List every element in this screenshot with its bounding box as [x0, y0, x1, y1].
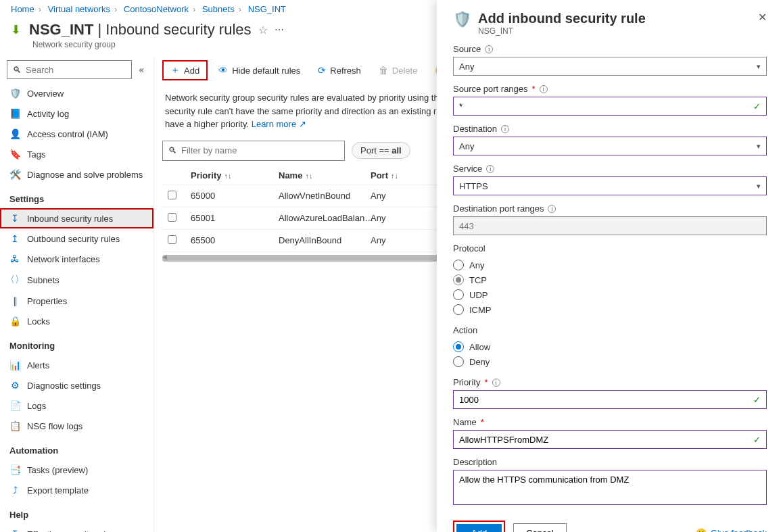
- service-select[interactable]: HTTPS▾: [453, 176, 767, 195]
- col-name[interactable]: Name↑↓: [279, 170, 371, 180]
- info-icon[interactable]: i: [485, 45, 493, 53]
- priority-input[interactable]: [453, 390, 767, 409]
- close-icon[interactable]: ✕: [758, 11, 767, 24]
- breadcrumb-link[interactable]: Home: [11, 4, 34, 14]
- sidebar-item[interactable]: 📑Tasks (preview): [0, 460, 153, 480]
- learn-more-link[interactable]: Learn more ↗: [252, 119, 306, 129]
- nav-icon: 🔒: [9, 316, 20, 327]
- sidebar-item[interactable]: ∥Properties: [0, 291, 153, 311]
- sidebar-item[interactable]: 📘Activity log: [0, 103, 153, 124]
- nav-icon: ⚙: [9, 380, 20, 391]
- sidebar-section: Settings: [0, 185, 153, 208]
- source-select[interactable]: Any▾: [453, 57, 767, 76]
- panel-add-button[interactable]: Add: [456, 524, 502, 532]
- nav-label: Diagnose and solve problems: [27, 170, 143, 180]
- source-port-ranges-input[interactable]: [453, 97, 767, 116]
- nav-icon: 📘: [9, 108, 20, 119]
- nav-label: Subnets: [27, 275, 60, 285]
- hide-default-rules-button[interactable]: 👁Hide default rules: [212, 62, 307, 78]
- breadcrumb-link[interactable]: ContosoNetwork: [124, 4, 189, 14]
- description-label: Description: [453, 457, 767, 467]
- add-button[interactable]: ＋Add: [162, 60, 208, 80]
- info-icon[interactable]: i: [486, 165, 494, 173]
- eye-off-icon: 👁: [218, 65, 228, 76]
- sidebar-item[interactable]: 🔒Locks: [0, 311, 153, 331]
- action-radio[interactable]: Allow: [453, 339, 767, 354]
- radio-icon: [453, 356, 464, 367]
- sidebar-item[interactable]: 👤Access control (IAM): [0, 124, 153, 144]
- action-label: Action: [453, 325, 767, 335]
- breadcrumb-link[interactable]: NSG_INT: [248, 4, 286, 14]
- sidebar-item[interactable]: 🛠️Diagnose and solve problems: [0, 164, 153, 185]
- cell-name: DenyAllInBound: [279, 235, 371, 245]
- sidebar-item[interactable]: 📊Alerts: [0, 355, 153, 375]
- more-icon[interactable]: ⋯: [275, 24, 285, 35]
- breadcrumb-link[interactable]: Subnets: [202, 4, 235, 14]
- destination-select[interactable]: Any▾: [453, 137, 767, 155]
- sidebar-item[interactable]: ⚙Diagnostic settings: [0, 375, 153, 395]
- cell-port: Any: [371, 191, 431, 201]
- sort-icon: ↑↓: [224, 172, 232, 180]
- service-label: Servicei: [453, 164, 767, 174]
- info-icon[interactable]: i: [501, 125, 509, 133]
- description-textarea[interactable]: [453, 470, 767, 505]
- nav-icon: 📊: [9, 360, 20, 370]
- sidebar-item[interactable]: ⤴Export template: [0, 480, 153, 500]
- action-radio[interactable]: Deny: [453, 354, 767, 369]
- destination-port-ranges-label: Destination port rangesi: [453, 203, 767, 214]
- nav-label: Properties: [27, 296, 67, 306]
- row-checkbox[interactable]: [168, 191, 176, 199]
- info-icon[interactable]: i: [540, 85, 548, 93]
- cell-priority: 65500: [191, 235, 279, 245]
- sidebar-item[interactable]: 🛡️Overview: [0, 83, 153, 103]
- nav-label: Tasks (preview): [27, 465, 88, 475]
- nav-icon: ⤴: [9, 485, 20, 495]
- row-checkbox[interactable]: [168, 235, 176, 244]
- sidebar-search[interactable]: 🔍︎: [7, 60, 132, 79]
- sidebar-item[interactable]: 🔖Tags: [0, 144, 153, 164]
- row-checkbox[interactable]: [168, 213, 176, 222]
- protocol-radio[interactable]: TCP: [453, 272, 767, 287]
- breadcrumb-link[interactable]: Virtual networks: [48, 4, 110, 14]
- nav-icon: 📋: [9, 420, 20, 431]
- panel-cancel-button[interactable]: Cancel: [513, 523, 566, 532]
- info-icon[interactable]: i: [492, 379, 500, 387]
- sidebar-item[interactable]: 〈〉Subnets: [0, 269, 153, 291]
- source-label: Sourcei: [453, 44, 767, 54]
- sidebar-item[interactable]: 📋NSG flow logs: [0, 416, 153, 436]
- nav-label: Outbound security rules: [27, 234, 120, 244]
- name-input[interactable]: [453, 430, 767, 449]
- sidebar-section: Automation: [0, 436, 153, 460]
- col-priority[interactable]: Priority↑↓: [191, 170, 279, 180]
- port-filter-pill[interactable]: Port == all: [352, 142, 410, 159]
- refresh-button[interactable]: ⟳Refresh: [311, 62, 368, 78]
- chevron-down-icon: ▾: [757, 182, 761, 191]
- trash-icon: 🗑: [379, 65, 388, 76]
- panel-title: Add inbound security rule: [478, 11, 646, 26]
- nav-label: Network interfaces: [27, 254, 100, 264]
- sidebar-search-input[interactable]: [26, 65, 126, 75]
- sidebar-item[interactable]: ↧Effective security rules: [0, 524, 153, 532]
- give-feedback-link[interactable]: 🙂Give feedback: [696, 528, 767, 532]
- protocol-radio[interactable]: ICMP: [453, 302, 767, 317]
- source-port-ranges-label: Source port ranges*i: [453, 84, 767, 94]
- nav-icon: ∥: [9, 295, 20, 306]
- add-rule-panel: 🛡️ Add inbound security rule NSG_INT ✕ S…: [437, 0, 783, 532]
- col-port[interactable]: Port↑↓: [371, 170, 431, 180]
- sidebar-item[interactable]: 🖧Network interfaces: [0, 249, 153, 269]
- collapse-sidebar-icon[interactable]: «: [136, 62, 147, 78]
- sidebar-item[interactable]: ↧Inbound security rules: [0, 208, 153, 228]
- person-feedback-icon: 🙂: [696, 528, 707, 532]
- protocol-radio[interactable]: UDP: [453, 287, 767, 302]
- radio-icon: [453, 304, 464, 315]
- sort-icon: ↑↓: [391, 172, 398, 180]
- delete-button: 🗑Delete: [372, 62, 425, 78]
- favorite-icon[interactable]: ☆: [258, 24, 268, 37]
- protocol-radio[interactable]: Any: [453, 258, 767, 272]
- filter-by-name-input[interactable]: 🔍︎: [162, 141, 345, 161]
- nav-label: Diagnostic settings: [27, 381, 101, 391]
- info-icon[interactable]: i: [548, 205, 556, 213]
- sidebar-item[interactable]: ↥Outbound security rules: [0, 228, 153, 249]
- cell-priority: 65001: [191, 213, 279, 223]
- sidebar-item[interactable]: 📄Logs: [0, 395, 153, 416]
